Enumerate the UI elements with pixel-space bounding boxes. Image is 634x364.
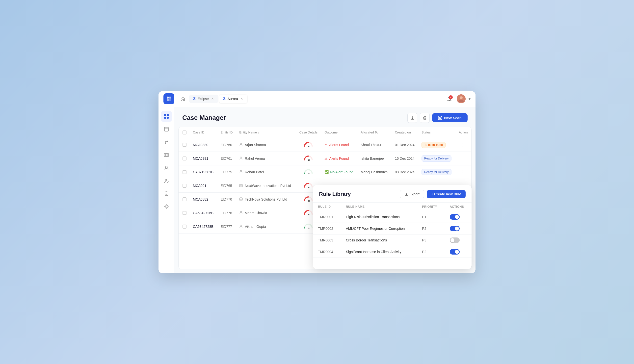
- svg-rect-10: [164, 127, 168, 131]
- cell-checkbox: [178, 179, 190, 192]
- export-button[interactable]: Export: [400, 190, 424, 198]
- cell-case-id: MCA001: [190, 179, 218, 192]
- svg-rect-3: [169, 99, 171, 101]
- cell-outcome: ✅No Alert Found: [322, 165, 358, 179]
- cell-entity-name: NextWave Innovations Pvt Ltd: [236, 179, 296, 192]
- cell-case-id: MCA0882: [190, 192, 218, 206]
- home-button[interactable]: [178, 94, 187, 103]
- row-checkbox[interactable]: [182, 143, 186, 147]
- row-checkbox[interactable]: [182, 224, 186, 228]
- svg-point-12: [165, 154, 166, 156]
- entity-type-icon: [239, 197, 243, 201]
- table-row: MCA0880 EID760 Arjun Sharma 10 ⚠Alerts: [178, 138, 471, 152]
- logo-button[interactable]: [164, 93, 174, 104]
- row-checkbox[interactable]: [182, 170, 186, 174]
- cell-rule-name: High Risk Jurisdiction Transactions: [341, 211, 417, 222]
- svg-point-21: [240, 170, 242, 172]
- svg-rect-8: [164, 117, 166, 118]
- svg-point-25: [240, 225, 242, 226]
- rule-toggle[interactable]: [450, 226, 460, 231]
- col-rule-name: RULE NAME: [341, 202, 417, 211]
- cell-outcome: ⚠Alerts Found: [322, 138, 358, 152]
- cell-checkbox: [178, 220, 190, 233]
- entity-type-icon: [239, 170, 243, 174]
- cell-priority: P3: [417, 234, 445, 246]
- row-more-button[interactable]: ⋮: [459, 155, 467, 162]
- cell-checkbox: [178, 138, 190, 152]
- tabs-container: Z Eclipse ✕ Z Aurora ✕: [189, 94, 443, 103]
- cell-status: Ready for Delivery: [418, 152, 456, 165]
- rule-toggle[interactable]: [450, 214, 460, 220]
- col-priority: PRIORITY: [417, 202, 445, 211]
- sidebar: [158, 107, 174, 273]
- row-checkbox[interactable]: [182, 197, 186, 201]
- row-checkbox[interactable]: [182, 211, 186, 215]
- sidebar-item-clipboard[interactable]: [161, 188, 172, 199]
- cell-gauge: 10: [296, 138, 322, 152]
- rule-row: TMR0004 Significant Increase in Client A…: [313, 246, 472, 258]
- select-all-checkbox[interactable]: [182, 130, 186, 134]
- cell-status: Ready for Delivery: [418, 165, 456, 179]
- header-actions: New Scan: [408, 113, 468, 123]
- entity-type-icon: [239, 184, 243, 188]
- sidebar-item-settings[interactable]: [161, 201, 172, 212]
- table-row: CA8719301B EID775 Rohan Patel 0 ✅No Al: [178, 165, 471, 179]
- rule-header-row: RULE ID RULE NAME PRIORITY ACTIONS: [313, 202, 472, 211]
- cell-checkbox: [178, 192, 190, 206]
- rule-row: TMR0002 AML/CFT Poor Regimes or Corrupti…: [313, 222, 472, 234]
- cell-action: ⋮: [456, 152, 471, 165]
- cell-entity-id: EID776: [218, 206, 236, 220]
- user-dropdown-arrow[interactable]: ▾: [468, 96, 470, 101]
- aurora-icon: Z: [223, 96, 226, 101]
- cell-status: To be Initiated: [418, 138, 456, 152]
- cell-case-id: MCA0880: [190, 138, 218, 152]
- app-window: Z Eclipse ✕ Z Aurora ✕ 4: [158, 91, 476, 273]
- cell-rule-name: AML/CFT Poor Regimes or Corruption: [341, 222, 417, 234]
- sidebar-item-person[interactable]: [161, 162, 172, 173]
- col-status: Status: [418, 127, 456, 138]
- notification-button[interactable]: 4: [445, 94, 454, 103]
- row-checkbox[interactable]: [182, 156, 186, 160]
- tab-eclipse-close[interactable]: ✕: [211, 96, 214, 101]
- cell-checkbox: [178, 165, 190, 179]
- svg-point-20: [240, 157, 242, 158]
- cell-priority: P1: [417, 211, 445, 222]
- tab-aurora[interactable]: Z Aurora ✕: [219, 94, 248, 103]
- create-rule-button[interactable]: + Create new Rule: [427, 190, 466, 198]
- svg-point-18: [439, 117, 441, 118]
- sidebar-item-person-check[interactable]: [161, 175, 172, 186]
- rule-toggle[interactable]: [450, 238, 460, 243]
- cell-rule-name: Cross Border Transactions: [341, 234, 417, 246]
- tab-eclipse[interactable]: Z Eclipse ✕: [189, 94, 218, 103]
- row-checkbox[interactable]: [182, 184, 186, 188]
- row-more-button[interactable]: ⋮: [459, 142, 467, 148]
- rule-toggle[interactable]: [450, 249, 460, 254]
- sidebar-item-id[interactable]: [161, 150, 172, 160]
- svg-rect-0: [167, 96, 169, 98]
- cell-action: ⋮: [456, 138, 471, 152]
- tab-aurora-close[interactable]: ✕: [240, 96, 244, 101]
- content-header: Case Manager: [174, 107, 476, 127]
- cell-rule-id: TMR0001: [313, 211, 341, 222]
- cell-entity-id: EID760: [218, 138, 236, 152]
- cell-checkbox: [178, 206, 190, 220]
- sidebar-item-case-manager[interactable]: [161, 111, 172, 122]
- download-button[interactable]: [408, 113, 417, 123]
- svg-rect-1: [169, 96, 171, 98]
- cell-case-id: CA5342728B: [190, 220, 218, 233]
- rule-library-panel: Rule Library Export + Create new Rule: [313, 185, 472, 269]
- entity-type-icon: [239, 156, 243, 160]
- sidebar-item-transfer[interactable]: [161, 137, 172, 148]
- tab-aurora-label: Aurora: [228, 97, 238, 101]
- row-more-button[interactable]: ⋮: [459, 169, 467, 176]
- rule-row: TMR0003 Cross Border Transactions P3: [313, 234, 472, 246]
- entity-name-text: Arjun Sharma: [245, 143, 266, 147]
- entity-type-icon: [239, 224, 243, 228]
- sort-icon[interactable]: ↕: [258, 131, 259, 134]
- user-avatar[interactable]: [457, 94, 466, 103]
- new-scan-button[interactable]: New Scan: [432, 113, 468, 122]
- content-area: Case Manager: [174, 107, 476, 273]
- delete-button[interactable]: [420, 113, 430, 123]
- sidebar-item-box[interactable]: [161, 124, 172, 135]
- main-layout: Case Manager: [158, 107, 476, 273]
